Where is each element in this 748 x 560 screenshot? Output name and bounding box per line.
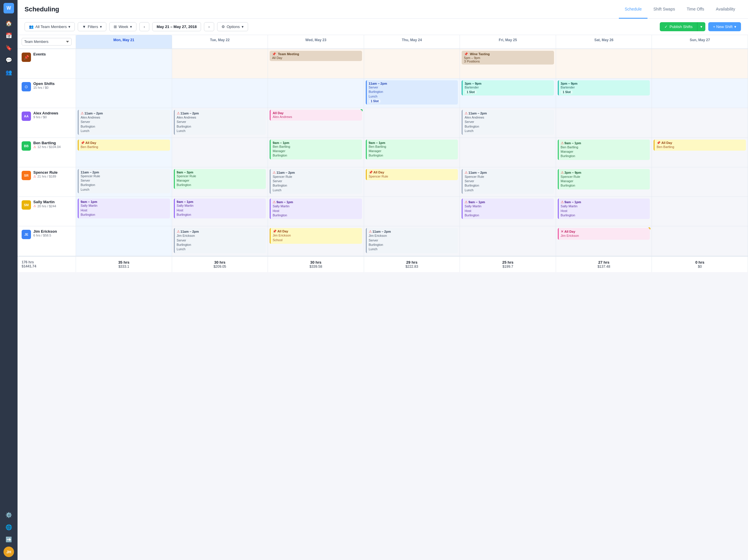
sidebar-icon-team[interactable]: 👥 [3, 67, 14, 78]
ben-cell-1[interactable] [172, 138, 268, 167]
open-shifts-cell-6[interactable] [652, 78, 748, 108]
tab-shift-swaps[interactable]: Shift Swaps [648, 0, 681, 19]
open-shifts-cell-1[interactable] [172, 78, 268, 108]
sidebar-icon-globe[interactable]: 🌐 [3, 522, 14, 533]
sidebar-icon-bookmark[interactable]: 🔖 [3, 43, 14, 53]
jim-shift-tue[interactable]: ⚠11am – 2pm Jim EricksonServerBurlington… [174, 228, 266, 253]
tab-availability[interactable]: Availability [710, 0, 741, 19]
jim-cell-1[interactable]: ⚠11am – 2pm Jim EricksonServerBurlington… [172, 226, 268, 256]
sally-cell-3[interactable] [364, 197, 460, 226]
jim-shift-sat[interactable]: ✕ All Day Jim Erickson [558, 228, 650, 239]
sally-shift-tue[interactable]: 9am – 1pm Sally MartinHostBurlington [174, 198, 266, 218]
sally-shift-sat[interactable]: ⚠9am – 1pm Sally MartinHostBurlington [558, 198, 650, 219]
sidebar-icon-chat[interactable]: 💬 [3, 55, 14, 66]
sally-cell-6[interactable] [652, 197, 748, 226]
spencer-shift-wed[interactable]: ⚠11am – 2pm Spencer RuleServerBurlington… [270, 169, 362, 194]
ben-cell-2[interactable]: 9am – 1pm Ben BartlingManagerBurlington [268, 138, 364, 167]
ben-cell-3[interactable]: 9am – 1pm Ben BartlingManagerBurlington [364, 138, 460, 167]
events-cell-0[interactable] [76, 49, 172, 78]
spencer-shift-thu[interactable]: 📌All Day Spencer Rule [366, 169, 458, 180]
jim-shift-wed[interactable]: 📌All Day Jim EricksonSchool [270, 228, 362, 244]
spencer-cell-4[interactable]: ⚠11am – 2pm Spencer RuleServerBurlington… [460, 167, 556, 197]
alex-shift-fri[interactable]: ⚠11am – 2pm Alex AndrewsServerBurlington… [462, 110, 554, 135]
alex-shift-wed[interactable]: All Day Alex Andrews [270, 110, 362, 121]
spencer-cell-2[interactable]: ⚠11am – 2pm Spencer RuleServerBurlington… [268, 167, 364, 197]
open-shifts-cell-2[interactable] [268, 78, 364, 108]
team-members-select[interactable]: Team Members [22, 38, 72, 46]
alex-cell-4[interactable]: ⚠11am – 2pm Alex AndrewsServerBurlington… [460, 108, 556, 138]
ben-shift-sat[interactable]: ⚠9am – 1pm Ben BartlingManagerBurlington [558, 140, 650, 160]
spencer-cell-6[interactable] [652, 167, 748, 197]
sally-shift-wed[interactable]: ⚠9am – 1pm Sally MartinHostBurlington [270, 198, 362, 219]
alex-cell-0[interactable]: ⚠11am – 2pm Alex AndrewsServerBurlington… [76, 108, 172, 138]
spencer-shift-mon[interactable]: 11am – 2pm Spencer RuleServerBurlingtonL… [78, 169, 170, 194]
open-shifts-cell-5[interactable]: 3pm – 9pm Bartender 1 Slot [556, 78, 652, 108]
week-selector[interactable]: ⊞ Week ▾ [109, 22, 137, 31]
open-shifts-cell-0[interactable] [76, 78, 172, 108]
sidebar-icon-home[interactable]: 🏠 [3, 18, 14, 29]
ben-shift-sun[interactable]: 📌All Day Ben Bartling [654, 140, 746, 151]
new-shift-button[interactable]: + New Shift ▾ [708, 22, 741, 31]
spencer-shift-tue[interactable]: 9am – 3pm Spencer RuleManagerBurlington [174, 169, 266, 189]
spencer-shift-sat[interactable]: ⚠3pm – 9pm Spencer RuleManagerBurlington [558, 169, 650, 190]
jim-shift-thu[interactable]: ⚠11am – 2pm Jim EricksonServerBurlington… [366, 228, 458, 253]
alex-cell-2[interactable]: All Day Alex Andrews [268, 108, 364, 138]
events-cell-4[interactable]: 📌 Wine Tasting 5pm – 9pm 3 Positions [460, 49, 556, 78]
open-shift-fri[interactable]: 3pm – 9pm Bartender 1 Slot [462, 80, 554, 96]
open-shift-sat[interactable]: 3pm – 9pm Bartender 1 Slot [558, 80, 650, 96]
ben-cell-6[interactable]: 📌All Day Ben Bartling [652, 138, 748, 167]
open-shifts-cell-4[interactable]: 3pm – 9pm Bartender 1 Slot [460, 78, 556, 108]
sally-cell-1[interactable]: 9am – 1pm Sally MartinHostBurlington [172, 197, 268, 226]
options-button[interactable]: ⚙ Options ▾ [217, 22, 248, 31]
events-cell-5[interactable] [556, 49, 652, 78]
spencer-cell-0[interactable]: 11am – 2pm Spencer RuleServerBurlingtonL… [76, 167, 172, 197]
spencer-cell-5[interactable]: ⚠3pm – 9pm Spencer RuleManagerBurlington [556, 167, 652, 197]
spencer-cell-3[interactable]: 📌All Day Spencer Rule [364, 167, 460, 197]
events-cell-3[interactable] [364, 49, 460, 78]
alex-cell-6[interactable] [652, 108, 748, 138]
sally-cell-5[interactable]: ⚠9am – 1pm Sally MartinHostBurlington [556, 197, 652, 226]
sally-cell-2[interactable]: ⚠9am – 1pm Sally MartinHostBurlington [268, 197, 364, 226]
ben-shift-wed[interactable]: 9am – 1pm Ben BartlingManagerBurlington [270, 140, 362, 160]
jim-cell-3[interactable]: ⚠11am – 2pm Jim EricksonServerBurlington… [364, 226, 460, 256]
spencer-cell-1[interactable]: 9am – 3pm Spencer RuleManagerBurlington [172, 167, 268, 197]
publish-dropdown-button[interactable]: ▾ [697, 22, 705, 31]
jim-cell-4[interactable] [460, 226, 556, 256]
tab-time-offs[interactable]: Time Offs [681, 0, 710, 19]
alex-shift-tue[interactable]: ⚠11am – 2pm Alex AndrewsServerBurlington… [174, 110, 266, 135]
events-cell-6[interactable] [652, 49, 748, 78]
jim-cell-5[interactable]: ✕ All Day Jim Erickson [556, 226, 652, 256]
sally-shift-fri[interactable]: ⚠9am – 1pm Sally MartinHostBurlington [462, 198, 554, 219]
wine-tasting-event[interactable]: 📌 Wine Tasting 5pm – 9pm 3 Positions [462, 51, 554, 65]
alex-cell-3[interactable] [364, 108, 460, 138]
team-members-filter[interactable]: 👥 All Team Members ▾ [25, 22, 75, 31]
sidebar-icon-arrow[interactable]: ➡️ [3, 534, 14, 545]
sidebar-user-avatar[interactable]: JH [3, 546, 14, 557]
sidebar-icon-settings[interactable]: ⚙️ [3, 510, 14, 520]
filters-button[interactable]: ▼ Filters ▾ [78, 22, 106, 31]
sally-shift-mon[interactable]: 9am – 1pm Sally MartinHostBurlington [78, 198, 170, 218]
ben-cell-4[interactable] [460, 138, 556, 167]
tab-schedule[interactable]: Schedule [619, 0, 648, 19]
events-cell-2[interactable]: 📌 Team Meeting All Day [268, 49, 364, 78]
ben-cell-5[interactable]: ⚠9am – 1pm Ben BartlingManagerBurlington [556, 138, 652, 167]
ben-shift-mon[interactable]: 📌All Day Ben Bartling [78, 140, 170, 151]
ben-cell-0[interactable]: 📌All Day Ben Bartling [76, 138, 172, 167]
sally-cell-4[interactable]: ⚠9am – 1pm Sally MartinHostBurlington [460, 197, 556, 226]
publish-shifts-button[interactable]: ✓ Publish Shifts [660, 22, 697, 31]
alex-shift-mon[interactable]: ⚠11am – 2pm Alex AndrewsServerBurlington… [78, 110, 170, 135]
sally-cell-0[interactable]: 9am – 1pm Sally MartinHostBurlington [76, 197, 172, 226]
open-shift-thu[interactable]: 11am – 2pm ServerBurlingtonLunch 1 Slot [366, 80, 458, 104]
events-cell-1[interactable] [172, 49, 268, 78]
spencer-shift-fri[interactable]: ⚠11am – 2pm Spencer RuleServerBurlington… [462, 169, 554, 194]
jim-cell-6[interactable] [652, 226, 748, 256]
prev-week-button[interactable]: ‹ [139, 22, 149, 31]
team-meeting-event[interactable]: 📌 Team Meeting All Day [270, 51, 362, 61]
jim-cell-0[interactable] [76, 226, 172, 256]
sidebar-icon-calendar[interactable]: 📅 [3, 30, 14, 41]
alex-cell-5[interactable] [556, 108, 652, 138]
open-shifts-cell-3[interactable]: 11am – 2pm ServerBurlingtonLunch 1 Slot [364, 78, 460, 108]
next-week-button[interactable]: › [204, 22, 214, 31]
jim-cell-2[interactable]: 📌All Day Jim EricksonSchool [268, 226, 364, 256]
alex-cell-1[interactable]: ⚠11am – 2pm Alex AndrewsServerBurlington… [172, 108, 268, 138]
